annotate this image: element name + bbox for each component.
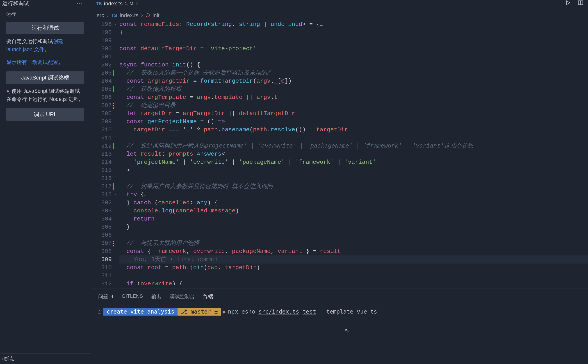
gutter-line[interactable]: 310 — [92, 264, 112, 272]
code-line[interactable]: targetDir === '.' ? path.basename(path.r… — [119, 126, 588, 134]
code-line[interactable]: const { framework, overwrite, packageNam… — [119, 247, 588, 255]
code-line[interactable]: // 确定输出目录 — [119, 101, 588, 110]
modified-bar — [113, 240, 114, 247]
gutter-line[interactable]: 207 — [92, 101, 112, 110]
code-line[interactable] — [119, 37, 588, 45]
code-line[interactable]: } catch (cancelled: any) { — [119, 199, 588, 207]
tab-output[interactable]: 输出 — [151, 292, 162, 303]
debug-url-button[interactable]: 调试 URL — [6, 108, 84, 121]
gutter-line[interactable]: 201 — [92, 53, 112, 61]
editor-tab-index-ts[interactable]: TS index.ts 1, M × — [92, 0, 142, 7]
gutter-line[interactable]: 216 — [92, 174, 112, 182]
gutter-line[interactable]: 203 — [92, 69, 112, 77]
more-icon[interactable]: ··· — [77, 0, 82, 6]
code-line[interactable]: // 通过询问得到用户输入的projectName' | 'overwrite'… — [119, 142, 588, 150]
run-icon[interactable] — [565, 0, 571, 7]
breadcrumb-src[interactable]: src — [97, 12, 104, 19]
terminal[interactable]: ○ create-vite-analysis ⎇ master ± ▶ npx … — [92, 303, 588, 320]
gutter-line[interactable]: 311 — [92, 272, 112, 280]
gutter-line[interactable]: 200 — [92, 45, 112, 53]
breadcrumb-symbol[interactable]: init — [152, 12, 159, 19]
code-line[interactable] — [119, 134, 588, 142]
gutter-line[interactable]: 308 — [92, 247, 112, 255]
code-line[interactable]: // 如果用户传入参数并且符合规则时 就不会进入询问 — [119, 182, 588, 191]
code-line[interactable]: const argTargetDir = formatTargetDir(arg… — [119, 77, 588, 85]
code-line[interactable]: const root = path.join(cwd, targetDir) — [119, 264, 588, 272]
gutter-line[interactable]: 213 — [92, 150, 112, 158]
code-line[interactable] — [119, 231, 588, 239]
close-icon[interactable]: × — [135, 1, 138, 6]
code-line[interactable]: async function init() { — [119, 61, 588, 69]
gutter-line[interactable]: 212 — [92, 142, 112, 150]
code-line[interactable]: > — [119, 166, 588, 174]
code-line[interactable]: console.log(cancelled.message) — [119, 207, 588, 215]
show-auto-debug-link[interactable]: 显示所有自动调试配置 — [6, 59, 58, 65]
chevron-right-icon: › — [141, 12, 143, 19]
modified-bar — [113, 102, 114, 109]
gutter-line[interactable]: 204 — [92, 77, 112, 85]
tab-gitlens[interactable]: GITLENS — [121, 292, 143, 303]
breadcrumb[interactable]: src › TS index.ts › ⬡ init — [92, 10, 164, 21]
gutter-line[interactable]: 303 — [92, 207, 112, 215]
tab-debug-console[interactable]: 调试控制台 — [170, 292, 195, 303]
gutter-line[interactable]: 307 — [92, 239, 112, 247]
code-line[interactable]: let targetDir = argTargetDir || defaultT… — [119, 110, 588, 117]
gutter-line[interactable]: 215 — [92, 166, 112, 174]
run-section-header[interactable]: ⌄ 运行 — [0, 9, 91, 19]
gutter-line[interactable]: 306 — [92, 231, 112, 239]
code-line[interactable]: // 获取传入的第一个参数 去除前后空格以及末尾的/ — [119, 69, 588, 77]
gutter-line[interactable]: 309 — [92, 255, 112, 264]
code-line[interactable]: return — [119, 215, 588, 223]
js-debug-terminal-button[interactable]: JavaScript 调试终端 — [6, 72, 84, 84]
breakpoints-label: 断点 — [4, 355, 14, 362]
tab-problems[interactable]: 问题9 — [98, 292, 114, 303]
code-line[interactable]: const defaultTargetDir = 'vite-project' — [119, 45, 588, 53]
cursor-icon: ↖ — [345, 327, 350, 334]
tab-terminal[interactable]: 终端 — [203, 292, 214, 303]
code-line[interactable]: let result: prompts.Answers< — [119, 150, 588, 158]
code-line[interactable] — [119, 272, 588, 280]
gutter-line[interactable]: 202 — [92, 61, 112, 69]
gutter-line[interactable]: 199 — [92, 37, 112, 45]
code-line[interactable]: const argTemplate = argv.template || arg… — [119, 93, 588, 101]
code-line[interactable]: // 获取传入的模板 — [119, 85, 588, 93]
gutter-line[interactable]: 209 — [92, 117, 112, 126]
gutter-line[interactable]: 218› — [92, 191, 112, 199]
prompt-arrow-icon: ▶ — [221, 308, 228, 316]
gutter-line[interactable]: 205 — [92, 85, 112, 93]
code-line[interactable]: if (overwrite) { — [119, 280, 588, 285]
split-editor-icon[interactable] — [578, 0, 583, 7]
code-line[interactable] — [119, 174, 588, 182]
gutter-line[interactable]: 208 — [92, 110, 112, 117]
code-line[interactable]: } — [119, 28, 588, 37]
gutter-line[interactable]: 198 — [92, 28, 112, 37]
gutter-line[interactable]: 304 — [92, 215, 112, 223]
gutter-line[interactable]: 217 — [92, 182, 112, 191]
gutter-line[interactable]: 206 — [92, 93, 112, 101]
code-line[interactable] — [119, 53, 588, 61]
code-line[interactable]: const renameFiles: Record<string, string… — [119, 20, 588, 28]
breadcrumb-file[interactable]: index.ts — [120, 12, 138, 19]
gutter-line[interactable]: 312 — [92, 280, 112, 285]
gutter-line[interactable]: 196› — [92, 20, 112, 28]
gutter-line[interactable]: 302 — [92, 199, 112, 207]
gutter-line[interactable]: 305 — [92, 223, 112, 231]
code-line[interactable]: try {… — [119, 191, 588, 199]
code-line[interactable]: const getProjectName = () => — [119, 117, 588, 126]
fold-icon[interactable]: › — [114, 191, 117, 199]
gutter-line[interactable]: 214 — [92, 158, 112, 166]
gutter-line[interactable]: 211 — [92, 134, 112, 142]
code-line[interactable]: You, 3天前 • first commit — [119, 255, 588, 264]
run-and-debug-button[interactable]: 运行和调试 — [6, 22, 84, 34]
activity-title: 运行和调试 — [2, 0, 29, 7]
code-line[interactable]: } — [119, 223, 588, 231]
code-line[interactable]: 'projectName' | 'overwrite' | 'packageNa… — [119, 158, 588, 166]
breakpoints-section-header[interactable]: › 断点 — [0, 353, 91, 364]
fold-icon[interactable]: › — [114, 20, 117, 28]
code-line[interactable]: // 与提示关联的用户选择 — [119, 239, 588, 247]
help-text-js: 可使用 JavaScript 调试终端调试在命令行上运行的 Node.js 进程… — [6, 87, 84, 103]
help-text-launch: 要自定义运行和调试创建 launch.json 文件。 — [6, 37, 84, 53]
terminal-command: npx esno src/index.ts test --template vu… — [228, 308, 377, 315]
code-editor[interactable]: 196›198199200201202203204205206207208209… — [92, 20, 588, 285]
gutter-line[interactable]: 210 — [92, 126, 112, 134]
